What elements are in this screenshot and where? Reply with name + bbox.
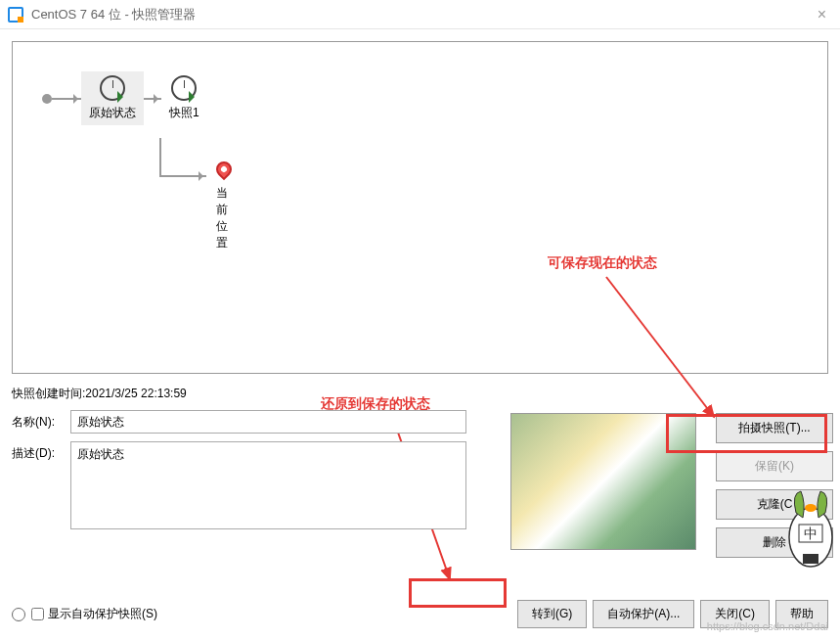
svg-point-5 [805, 504, 817, 512]
auto-protect-button[interactable]: 自动保护(A)... [593, 600, 694, 628]
keep-button[interactable]: 保留(K) [716, 451, 833, 481]
clock-icon [171, 75, 197, 101]
show-auto-text: 显示自动保护快照(S) [48, 606, 157, 622]
created-time-label: 快照创建时间:2021/3/25 22:13:59 [12, 386, 828, 402]
clock-icon [100, 75, 125, 101]
mascot-image: 中 [781, 483, 840, 581]
watermark: https://blog.csdn.net/Ddai [707, 620, 828, 632]
show-auto-checkbox[interactable] [31, 608, 44, 620]
window-title: CentOS 7 64 位 - 快照管理器 [31, 6, 812, 23]
name-label: 名称(N): [12, 410, 70, 431]
name-input[interactable] [70, 410, 466, 434]
snapshot-node-snapshot1[interactable]: 快照1 [161, 71, 207, 125]
node-label: 原始状态 [89, 105, 136, 121]
title-bar: CentOS 7 64 位 - 快照管理器 × [0, 0, 840, 29]
show-auto-checkbox-label[interactable]: 显示自动保护快照(S) [31, 606, 157, 622]
description-label: 描述(D): [12, 441, 70, 462]
node-label: 当前位置 [216, 185, 232, 251]
svg-rect-8 [803, 554, 818, 564]
details-panel: 快照创建时间:2021/3/25 22:13:59 名称(N): 描述(D): … [12, 386, 828, 529]
pin-icon [213, 159, 236, 181]
description-textarea[interactable] [70, 441, 466, 529]
footer-bar: 显示自动保护快照(S) 转到(G) 自动保护(A)... 关闭(C) 帮助 [12, 600, 828, 628]
annotation-save: 可保存现在的状态 [548, 254, 657, 272]
svg-text:中: 中 [804, 526, 818, 541]
branch-line [159, 175, 206, 177]
snapshot-thumbnail [510, 413, 696, 550]
take-snapshot-button[interactable]: 拍摄快照(T)... [716, 413, 833, 443]
branch-line [159, 138, 161, 177]
history-icon [12, 608, 25, 621]
snapshot-tree-area: 原始状态 快照1 当前位置 [12, 41, 828, 374]
goto-button[interactable]: 转到(G) [517, 600, 587, 628]
snapshot-node-original[interactable]: 原始状态 [81, 71, 144, 125]
app-icon [8, 7, 23, 23]
root-dot-icon [42, 94, 52, 104]
close-icon[interactable]: × [812, 6, 832, 23]
node-label: 快照1 [169, 105, 199, 121]
arrow-icon [52, 98, 81, 100]
arrow-icon [144, 98, 161, 100]
current-position-node[interactable]: 当前位置 [208, 158, 240, 255]
